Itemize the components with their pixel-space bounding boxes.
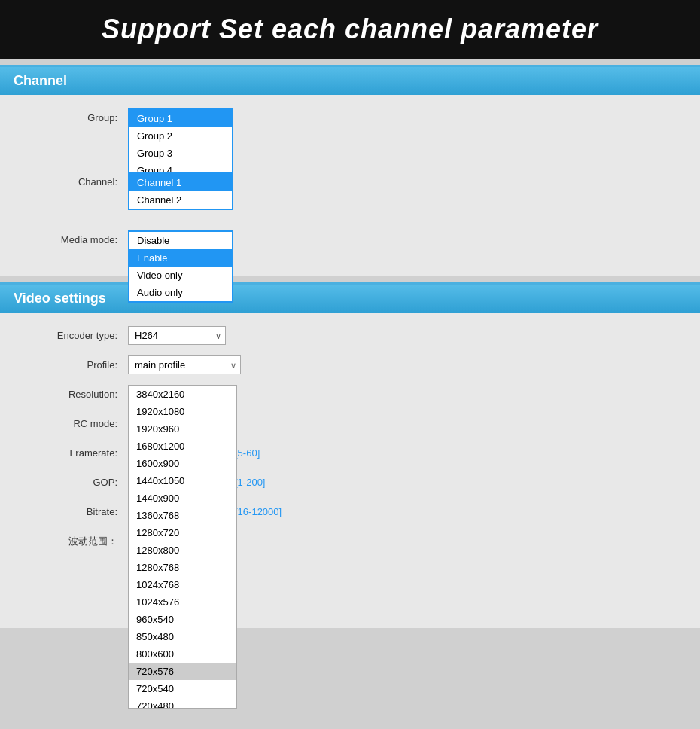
gop-hint: [1-200]: [235, 477, 265, 488]
encoder-dropdown-wrapper[interactable]: H264 H265 MJPEG: [128, 326, 226, 345]
resolution-popup-menu: 3840x2160 1920x1080 1920x960 1680x1200 1…: [128, 385, 237, 709]
profile-row: Profile: main profile baseline high: [30, 355, 670, 374]
bitrate-row: Bitrate: [16-12000]: [30, 502, 670, 521]
gop-label: GOP:: [30, 477, 128, 488]
media-option-audio[interactable]: Audio only: [129, 284, 232, 301]
wave-label: 波动范围：: [30, 535, 128, 548]
channel-section-title: Channel: [0, 67, 700, 95]
encoder-label: Encoder type:: [30, 330, 128, 341]
profile-label: Profile:: [30, 359, 128, 371]
encoder-select[interactable]: H264 H265 MJPEG: [128, 326, 226, 345]
media-popup-menu: Disable Enable Video only Audio only: [128, 230, 233, 303]
res-1920-1080[interactable]: 1920x1080: [129, 403, 236, 420]
res-720-576[interactable]: 720x576: [129, 663, 236, 680]
group-row: Group: Group 1 Group 2 Group 3 Group 4 G…: [30, 108, 670, 127]
framerate-row: Framerate: [5-60]: [30, 444, 670, 462]
bitrate-hint: [16-12000]: [235, 506, 282, 517]
resolution-label: Resolution:: [30, 389, 128, 400]
media-option-video[interactable]: Video only: [129, 267, 232, 284]
resolution-dropdown-area: Auto 3840x2160 1920x1080 1920x960 1680x1…: [128, 385, 226, 404]
channel-option-1[interactable]: Channel 1: [129, 174, 232, 191]
channel-section-body: Group: Group 1 Group 2 Group 3 Group 4 G…: [0, 95, 700, 276]
res-1440-900[interactable]: 1440x900: [129, 490, 236, 507]
resolution-row: Resolution: Auto 3840x2160 1920x1080 192…: [30, 385, 670, 404]
res-960[interactable]: 960x540: [129, 611, 236, 628]
channel-row: Channel: Channel 1 Channel 2 Channel 1 C…: [30, 172, 670, 191]
res-720-480[interactable]: 720x480: [129, 697, 236, 709]
res-1024-768[interactable]: 1024x768: [129, 576, 236, 593]
res-1280-720[interactable]: 1280x720: [129, 524, 236, 541]
media-row: Media mode: Enable Disable Enable Video …: [30, 230, 670, 249]
group-popup-menu: Group 1 Group 2 Group 3 Group 4: [128, 108, 233, 181]
encoder-control: H264 H265 MJPEG: [128, 326, 226, 345]
wave-row: 波动范围： 自动: [30, 532, 670, 551]
resolution-control: Auto 3840x2160 1920x1080 1920x960 1680x1…: [128, 385, 226, 404]
res-850[interactable]: 850x480: [129, 628, 236, 645]
group-control: Group 1 Group 2 Group 3 Group 4 Group 1 …: [128, 108, 226, 127]
media-dropdown-area: Enable Disable Enable Video only Audio o…: [128, 230, 226, 249]
rc-label: RC mode:: [30, 418, 128, 429]
profile-dropdown-wrapper[interactable]: main profile baseline high: [128, 355, 241, 374]
gop-row: GOP: [1-200]: [30, 473, 670, 492]
video-section: Video settings Encoder type: H264 H265 M…: [0, 282, 700, 628]
res-3840[interactable]: 3840x2160: [129, 386, 236, 403]
channel-popup-menu: Channel 1 Channel 2: [128, 172, 233, 210]
group-option-1[interactable]: Group 1: [129, 110, 232, 127]
res-720-540[interactable]: 720x540: [129, 680, 236, 697]
video-section-title: Video settings: [0, 285, 700, 313]
media-option-enable[interactable]: Enable: [129, 249, 232, 267]
setup-row: Set up: [30, 561, 670, 601]
res-1360[interactable]: 1360x768: [129, 507, 236, 524]
framerate-hint: [5-60]: [235, 447, 260, 459]
media-label: Media mode:: [30, 234, 128, 246]
group-label: Group:: [30, 112, 128, 124]
res-800[interactable]: 800x600: [129, 645, 236, 663]
res-1680[interactable]: 1680x1200: [129, 438, 236, 455]
header-title: Support Set each channel parameter: [102, 14, 598, 44]
profile-select[interactable]: main profile baseline high: [128, 355, 241, 374]
page-header: Support Set each channel parameter: [0, 0, 700, 59]
res-1280-768[interactable]: 1280x768: [129, 559, 236, 576]
channel-section: Channel Group: Group 1 Group 2 Group 3 G…: [0, 65, 700, 276]
encoder-row: Encoder type: H264 H265 MJPEG: [30, 326, 670, 345]
res-1024-576[interactable]: 1024x576: [129, 593, 236, 611]
rc-row: RC mode: cbr vbr: [30, 414, 670, 433]
group-option-3[interactable]: Group 3: [129, 145, 232, 162]
media-control: Enable Disable Enable Video only Audio o…: [128, 230, 226, 249]
channel-label: Channel:: [30, 176, 128, 188]
video-section-body: Encoder type: H264 H265 MJPEG Profile: m…: [0, 313, 700, 628]
res-1440-1050[interactable]: 1440x1050: [129, 472, 236, 490]
channel-control: Channel 1 Channel 2 Channel 1 Channel 2: [128, 172, 226, 191]
res-1920-960[interactable]: 1920x960: [129, 420, 236, 438]
bitrate-label: Bitrate:: [30, 506, 128, 517]
group-option-2[interactable]: Group 2: [129, 127, 232, 145]
profile-control: main profile baseline high: [128, 355, 241, 374]
media-option-disable[interactable]: Disable: [129, 232, 232, 249]
channel-option-2[interactable]: Channel 2: [129, 191, 232, 209]
framerate-label: Framerate:: [30, 447, 128, 459]
res-1280-800[interactable]: 1280x800: [129, 541, 236, 559]
group-dropdown-area: Group 1 Group 2 Group 3 Group 4 Group 1 …: [128, 108, 226, 127]
res-1600[interactable]: 1600x900: [129, 455, 236, 472]
channel-dropdown-area: Channel 1 Channel 2 Channel 1 Channel 2: [128, 172, 226, 191]
